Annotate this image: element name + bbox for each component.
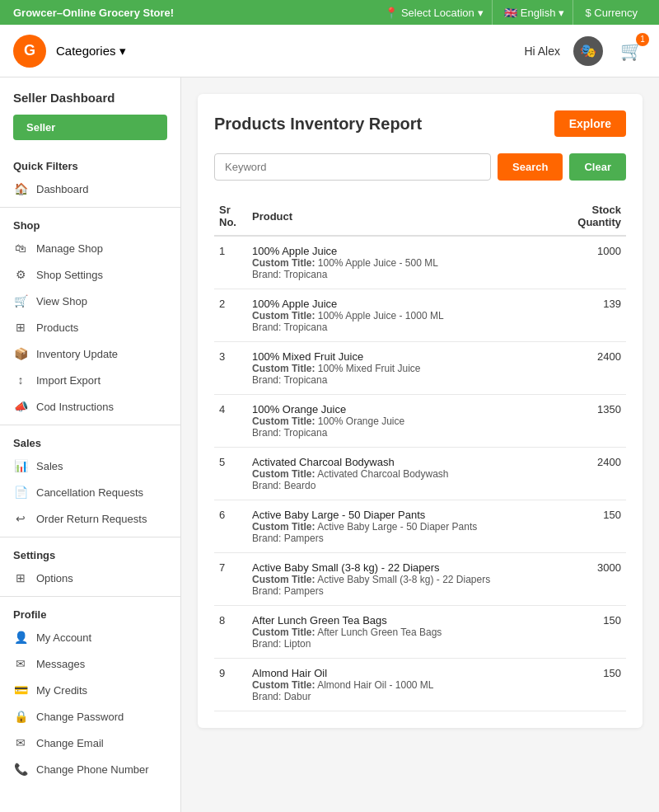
- product-brand: Brand: Tropicana: [252, 322, 555, 333]
- avatar[interactable]: 🎭: [573, 36, 603, 66]
- sidebar-item-messages[interactable]: ✉ Messages: [0, 650, 180, 677]
- home-icon: 🏠: [13, 181, 28, 196]
- cell-sr: 7: [214, 553, 247, 606]
- sidebar-item-label: Shop Settings: [36, 269, 103, 281]
- layout: Seller Dashboard Seller Quick Filters 🏠 …: [0, 77, 659, 812]
- cell-stock: 2400: [560, 448, 626, 500]
- sidebar-item-inventory-update[interactable]: 📦 Inventory Update: [0, 340, 180, 367]
- my-account-icon: 👤: [13, 630, 28, 645]
- categories-button[interactable]: Categories ▾: [56, 44, 126, 59]
- table-header: Sr No. Product Stock Quantity: [214, 197, 626, 236]
- sidebar-item-label: Inventory Update: [36, 348, 118, 360]
- cell-product: Activated Charcoal Bodywash Custom Title…: [247, 448, 560, 500]
- divider-1: [0, 207, 180, 208]
- explore-button[interactable]: Explore: [554, 110, 626, 137]
- table-row: 2 100% Apple Juice Custom Title: 100% Ap…: [214, 289, 626, 342]
- product-brand: Brand: Lipton: [252, 638, 555, 650]
- language-selector[interactable]: 🇬🇧 English ▾: [496, 0, 574, 25]
- sidebar-item-label: View Shop: [36, 295, 87, 307]
- location-icon: 📍: [385, 7, 398, 19]
- cell-sr: 2: [214, 289, 247, 342]
- categories-label: Categories: [56, 44, 116, 58]
- manage-shop-icon: 🛍: [13, 241, 28, 256]
- cart-badge: 1: [636, 33, 649, 46]
- sidebar-item-order-return[interactable]: ↩ Order Return Requests: [0, 505, 180, 532]
- cell-stock: 150: [560, 500, 626, 553]
- product-name: Almond Hair Oil: [252, 667, 555, 679]
- sidebar-item-sales[interactable]: 📊 Sales: [0, 453, 180, 479]
- credits-icon: 💳: [13, 683, 28, 697]
- logo[interactable]: G: [13, 35, 46, 68]
- product-custom-title: Custom Title: 100% Mixed Fruit Juice: [252, 363, 555, 374]
- sidebar-item-import-export[interactable]: ↕ Import Export: [0, 367, 180, 393]
- col-product: Product: [247, 197, 560, 236]
- cell-product: 100% Orange Juice Custom Title: 100% Ora…: [247, 395, 560, 448]
- report-title: Products Inventory Report: [214, 115, 422, 134]
- product-brand: Brand: Beardo: [252, 480, 555, 491]
- products-icon: ⊞: [13, 320, 28, 335]
- language-label: English: [521, 7, 556, 19]
- sidebar-item-label: Manage Shop: [36, 242, 103, 255]
- seller-button[interactable]: Seller: [13, 115, 167, 140]
- cell-product: Active Baby Small (3-8 kg) - 22 Diapers …: [247, 553, 560, 606]
- product-brand: Brand: Tropicana: [252, 374, 555, 386]
- sidebar-item-label: Change Email: [36, 737, 104, 749]
- sidebar-item-view-shop[interactable]: 🛒 View Shop: [0, 288, 180, 314]
- table-row: 1 100% Apple Juice Custom Title: 100% Ap…: [214, 236, 626, 289]
- sidebar-item-change-password[interactable]: 🔒 Change Password: [0, 703, 180, 730]
- table-row: 4 100% Orange Juice Custom Title: 100% O…: [214, 395, 626, 448]
- search-button[interactable]: Search: [498, 153, 563, 181]
- sidebar-title: Seller Dashboard: [0, 91, 180, 115]
- sidebar-item-cod-instructions[interactable]: 📣 Cod Instructions: [0, 393, 180, 420]
- sidebar-item-cancellation[interactable]: 📄 Cancellation Requests: [0, 479, 180, 505]
- options-icon: ⊞: [13, 570, 28, 585]
- view-shop-icon: 🛒: [13, 293, 28, 308]
- sidebar-item-label: Cancellation Requests: [36, 486, 143, 499]
- sidebar-item-shop-settings[interactable]: ⚙ Shop Settings: [0, 261, 180, 288]
- sidebar-item-my-credits[interactable]: 💳 My Credits: [0, 677, 180, 703]
- cell-product: Active Baby Large - 50 Diaper Pants Cust…: [247, 500, 560, 553]
- product-name: 100% Apple Juice: [252, 245, 555, 257]
- divider-4: [0, 596, 180, 597]
- sidebar-item-manage-shop[interactable]: 🛍 Manage Shop: [0, 235, 180, 261]
- product-custom-title: Custom Title: 100% Apple Juice - 1000 ML: [252, 310, 555, 322]
- product-custom-title: Custom Title: 100% Apple Juice - 500 ML: [252, 257, 555, 269]
- cell-product: Almond Hair Oil Custom Title: Almond Hai…: [247, 659, 560, 711]
- search-bar: Search Clear: [214, 153, 626, 181]
- sidebar-item-label: Change Password: [36, 711, 124, 723]
- cell-sr: 5: [214, 448, 247, 500]
- sidebar-item-label: Dashboard: [36, 183, 89, 195]
- sidebar-item-change-phone[interactable]: 📞 Change Phone Number: [0, 756, 180, 782]
- product-name: 100% Mixed Fruit Juice: [252, 350, 555, 363]
- clear-button[interactable]: Clear: [569, 153, 626, 181]
- divider-3: [0, 537, 180, 537]
- header: G Categories ▾ Hi Alex 🎭 🛒 1: [0, 25, 659, 77]
- product-brand: Brand: Tropicana: [252, 427, 555, 439]
- cell-sr: 6: [214, 500, 247, 553]
- product-name: Active Baby Large - 50 Diaper Pants: [252, 509, 555, 521]
- cart-button[interactable]: 🛒 1: [616, 36, 646, 66]
- sidebar-item-my-account[interactable]: 👤 My Account: [0, 624, 180, 650]
- currency-selector[interactable]: $ Currency: [577, 0, 646, 25]
- cell-product: 100% Mixed Fruit Juice Custom Title: 100…: [247, 342, 560, 395]
- sidebar-item-dashboard[interactable]: 🏠 Dashboard: [0, 176, 180, 202]
- sidebar-item-label: Import Export: [36, 374, 100, 387]
- sidebar-item-options[interactable]: ⊞ Options: [0, 565, 180, 591]
- product-custom-title: Custom Title: Active Baby Large - 50 Dia…: [252, 521, 555, 533]
- product-custom-title: Custom Title: Active Baby Small (3-8 kg)…: [252, 574, 555, 585]
- search-input[interactable]: [214, 153, 491, 181]
- location-chevron-icon: ▾: [478, 7, 484, 19]
- site-title: Growcer–Online Grocery Store!: [13, 7, 174, 19]
- header-right: Hi Alex 🎭 🛒 1: [524, 36, 646, 66]
- product-brand: Brand: Pampers: [252, 585, 555, 597]
- location-selector[interactable]: 📍 Select Location ▾: [376, 0, 493, 25]
- shop-title: Shop: [0, 213, 180, 235]
- cell-sr: 3: [214, 342, 247, 395]
- product-brand: Brand: Pampers: [252, 533, 555, 544]
- cell-stock: 2400: [560, 342, 626, 395]
- cell-sr: 9: [214, 659, 247, 711]
- table-row: 3 100% Mixed Fruit Juice Custom Title: 1…: [214, 342, 626, 395]
- sidebar-item-products[interactable]: ⊞ Products: [0, 314, 180, 340]
- sidebar-item-label: My Credits: [36, 684, 87, 697]
- sidebar-item-change-email[interactable]: ✉ Change Email: [0, 730, 180, 756]
